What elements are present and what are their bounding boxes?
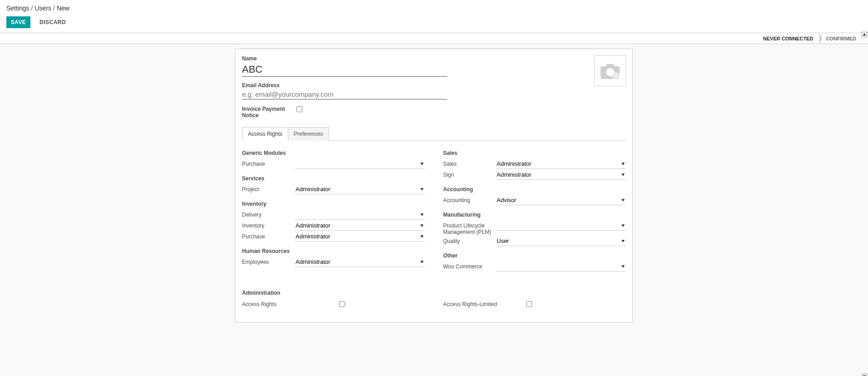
- field-label-woo-commerce: Woo Commerce: [443, 262, 496, 270]
- save-button[interactable]: SAVE: [6, 16, 30, 28]
- email-input[interactable]: [242, 89, 447, 99]
- field-label-inventory: Inventory: [242, 221, 295, 229]
- invoice-payment-notice-checkbox[interactable]: [296, 106, 302, 112]
- discard-button[interactable]: DISCARD: [37, 19, 69, 26]
- status-confirmed[interactable]: CONFIRMED: [819, 33, 863, 44]
- group-title-other: Other: [443, 252, 626, 259]
- field-label-product-lifecycle-management-plm: Product Lifecycle Management (PLM): [443, 221, 496, 235]
- select-services-project[interactable]: [295, 184, 425, 194]
- tab-preferences[interactable]: Preferences: [288, 127, 329, 141]
- field-label-project: Project: [242, 184, 295, 193]
- select-human-resources-employees[interactable]: [295, 257, 425, 267]
- breadcrumb-users[interactable]: Users: [35, 5, 51, 12]
- svg-rect-4: [614, 76, 618, 77]
- group-title-human-resources: Human Resources: [242, 248, 425, 254]
- field-label-delivery: Delivery: [242, 210, 295, 218]
- svg-marker-0: [863, 33, 866, 36]
- camera-add-icon: [599, 62, 621, 80]
- invoice-payment-notice-label: Invoice Payment Notice: [242, 105, 295, 119]
- select-inventory-purchase[interactable]: [295, 232, 425, 241]
- field-label-sales: Sales: [443, 159, 496, 167]
- group-title-inventory: Inventory: [242, 201, 425, 207]
- access-rights-label: Access Rights: [242, 301, 310, 307]
- access-rights-limited-checkbox[interactable]: [526, 301, 532, 307]
- email-label: Email Address: [242, 82, 585, 89]
- group-title-accounting: Accounting: [443, 186, 626, 193]
- select-other-woo-commerce[interactable]: [496, 262, 626, 271]
- name-input[interactable]: [242, 63, 447, 77]
- select-sales-sign[interactable]: [496, 170, 626, 179]
- field-label-purchase: Purchase: [242, 159, 295, 167]
- select-sales-sales[interactable]: [496, 159, 626, 168]
- select-accounting-accounting[interactable]: [496, 195, 626, 205]
- select-manufacturing-quality[interactable]: [496, 236, 626, 246]
- field-label-accounting: Accounting: [443, 195, 496, 203]
- access-rights-limited-label: Access Rights-Limited: [443, 301, 497, 307]
- name-label: Name: [242, 55, 585, 62]
- group-title-generic-modules: Generic Modules: [242, 150, 425, 156]
- scroll-up-indicator[interactable]: [862, 32, 867, 37]
- administration-title: Administration: [242, 290, 626, 296]
- breadcrumb: Settings/Users/New: [6, 5, 862, 12]
- select-inventory-inventory[interactable]: [295, 221, 425, 230]
- tab-access-rights[interactable]: Access Rights: [242, 127, 288, 141]
- field-label-employees: Employees: [242, 257, 295, 265]
- tabs: Access Rights Preferences: [242, 127, 626, 141]
- select-generic-modules-purchase[interactable]: [295, 159, 425, 168]
- form-sheet: Name Email Address Invoice Payment Notic…: [235, 49, 633, 322]
- scroll-down-indicator[interactable]: [862, 374, 867, 376]
- group-title-services: Services: [242, 175, 425, 182]
- breadcrumb-settings[interactable]: Settings: [6, 5, 30, 12]
- breadcrumb-new: New: [57, 5, 69, 12]
- field-label-sign: Sign: [443, 170, 496, 178]
- select-inventory-delivery[interactable]: [295, 210, 425, 219]
- field-label-purchase: Purchase: [242, 232, 295, 240]
- field-label-quality: Quality: [443, 236, 496, 244]
- status-bar: NEVER CONNECTED CONFIRMED: [0, 33, 868, 44]
- group-title-sales: Sales: [443, 150, 626, 156]
- group-title-manufacturing: Manufacturing: [443, 212, 626, 218]
- select-manufacturing-product-lifecycle-management-plm[interactable]: [496, 221, 626, 230]
- avatar-upload[interactable]: [594, 55, 626, 86]
- status-never-connected[interactable]: NEVER CONNECTED: [757, 33, 820, 44]
- access-rights-checkbox[interactable]: [339, 301, 345, 307]
